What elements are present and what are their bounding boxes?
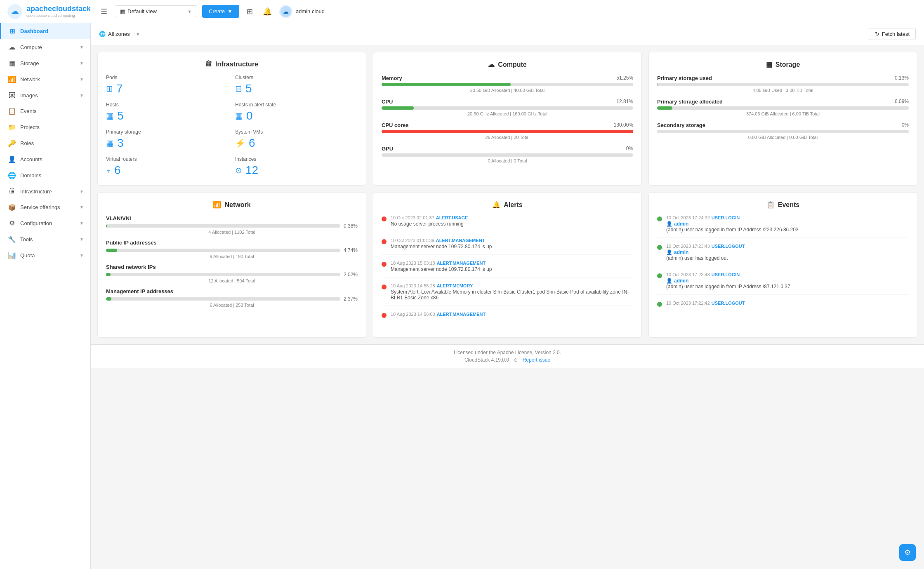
progress-bar <box>382 153 633 157</box>
compute-metric-item: GPU 0% 0 Allocated | 0 Total <box>382 146 633 163</box>
fetch-label: Fetch latest <box>882 31 910 37</box>
progress-bar <box>382 83 633 86</box>
network-item-label: Management IP addresses <box>106 288 358 294</box>
sidebar-item-images[interactable]: 🖼 Images ▼ <box>0 87 90 103</box>
sidebar-item-service-offerings[interactable]: 📦 Service offerings ▼ <box>0 199 90 215</box>
dashboard-icon: ⊞ <box>8 27 16 35</box>
sidebar-item-quota[interactable]: 📊 Quota ▼ <box>0 247 90 263</box>
event-content: 10 Oct 2023 17:24:32USER.LOGIN 👤admin (a… <box>666 215 799 233</box>
footer: Licensed under the Apache License, Versi… <box>91 344 924 368</box>
sidebar-item-label: Configuration <box>20 220 52 226</box>
sidebar-item-label: Roles <box>20 140 34 146</box>
metric-label: Primary storage allocated <box>657 99 723 105</box>
metric-label: Primary storage used <box>657 75 712 81</box>
main-content: 🌐 All zones ▼ ↻ Fetch latest 🏛 Infrastru… <box>91 23 924 569</box>
header: ☁ apachecloudstack open source cloud com… <box>0 0 924 23</box>
system-vms-label: System VMs <box>235 129 358 135</box>
sidebar-item-infrastructure[interactable]: 🏛 Infrastructure ▼ <box>0 183 90 199</box>
clusters-value-row: ⊟ 5 <box>235 82 358 95</box>
network-card: 📶 Network VLAN/VNI 0.36% 4 Allocated | 1… <box>97 192 366 338</box>
storage-card: ▦ Storage Primary storage used 0.13% 4.0… <box>648 52 917 186</box>
settings-fab[interactable]: ⚙ <box>899 544 916 561</box>
fetch-latest-button[interactable]: ↻ Fetch latest <box>869 28 916 40</box>
alert-content: 10 Oct 2023 02:01:37ALERT.USAGE No usage… <box>391 215 468 227</box>
alert-item: 10 Aug 2023 15:03:18ALERT.MANAGEMENT Man… <box>382 261 633 277</box>
dashboard-grid: 🏛 Infrastructure Pods ⊞ 7 Clusters <box>91 45 924 344</box>
alert-type: ALERT.MANAGEMENT <box>437 261 486 266</box>
sidebar-item-configuration[interactable]: ⚙ Configuration ▼ <box>0 215 90 231</box>
sidebar-item-label: Events <box>20 108 37 114</box>
progress-bar <box>106 273 340 276</box>
event-msg: (admin) user has logged in from IP Addre… <box>666 227 799 233</box>
alert-type: ALERT.MANAGEMENT <box>436 238 485 243</box>
chevron-down-icon: ▼ <box>80 45 84 49</box>
hosts-value-row: ▦ 5 <box>106 109 229 122</box>
compute-metrics: Memory 51.25% 20.50 GiB Allocated | 40.0… <box>382 75 633 163</box>
event-user: 👤admin <box>666 221 799 227</box>
metric-label: GPU <box>382 146 393 152</box>
view-select-label: Default view <box>127 8 157 14</box>
metric-sub: 26 Allocated | 20 Total <box>382 135 633 140</box>
network-pct: 2.37% <box>344 296 358 302</box>
license-text: Licensed under the Apache License, Versi… <box>96 350 919 355</box>
sidebar-item-dashboard[interactable]: ⊞ Dashboard <box>0 23 90 39</box>
create-button[interactable]: Create ▼ <box>202 5 239 18</box>
zone-select[interactable]: 🌐 All zones ▼ <box>99 31 140 37</box>
version-row: CloudStack 4.19.0.0 ⊙ Report issue <box>96 357 919 363</box>
sidebar-item-network[interactable]: 📶 Network ▼ <box>0 71 90 87</box>
sidebar-item-events[interactable]: 📋 Events <box>0 103 90 119</box>
metric-sub: 0 Allocated | 0 Total <box>382 158 633 163</box>
zone-chevron-icon: ▼ <box>136 32 140 37</box>
alerts-card: 🔔 Alerts 10 Oct 2023 02:01:37ALERT.USAGE… <box>373 192 642 338</box>
event-user: 👤admin <box>666 278 790 284</box>
network-item-label: Shared network IPs <box>106 264 358 270</box>
sidebar-item-compute[interactable]: ☁ Compute ▼ <box>0 39 90 55</box>
logo-area: ☁ apachecloudstack open source cloud com… <box>7 3 93 20</box>
metric-label: Memory <box>382 75 402 81</box>
chevron-down-icon: ▼ <box>80 253 84 258</box>
alerts-items: 10 Oct 2023 02:01:37ALERT.USAGE No usage… <box>382 215 633 323</box>
network-pct: 0.36% <box>344 223 358 229</box>
roles-icon: 🔑 <box>8 139 16 147</box>
view-select[interactable]: ▦ Default view ▼ <box>115 5 197 17</box>
progress-fill <box>106 273 111 276</box>
main-layout: ⊞ Dashboard ☁ Compute ▼ ▦ Storage ▼ 📶 Ne… <box>0 23 924 569</box>
infrastructure-grid: Pods ⊞ 7 Clusters ⊟ 5 Ho <box>106 75 358 177</box>
sidebar-item-roles[interactable]: 🔑 Roles <box>0 135 90 151</box>
report-issue-link[interactable]: Report issue <box>523 357 550 363</box>
create-label: Create <box>209 8 225 14</box>
monitor-button[interactable]: ⊞ <box>244 5 255 19</box>
domains-icon: 🌐 <box>8 172 16 179</box>
storage-card-icon: ▦ <box>766 61 772 68</box>
alert-msg: No usage server process running <box>391 221 468 227</box>
instances-label: Instances <box>235 156 358 162</box>
sidebar-item-label: Images <box>20 92 38 99</box>
metric-sub: 20.50 GiB Allocated | 40.00 GiB Total <box>382 88 633 93</box>
sidebar-item-tools[interactable]: 🔧 Tools ▼ <box>0 231 90 247</box>
primary-storage-item: Primary storage ▦ 3 <box>106 129 229 150</box>
metric-sub: 374.06 GiB Allocated | 6.00 TiB Total <box>657 111 909 116</box>
event-meta: 10 Oct 2023 17:24:32USER.LOGIN <box>666 215 799 220</box>
sidebar-item-label: Tools <box>20 236 33 242</box>
alerts-title: 🔔 Alerts <box>382 201 633 209</box>
compute-icon: ☁ <box>8 43 16 51</box>
avatar: ☁ <box>279 5 292 18</box>
sidebar-item-accounts[interactable]: 👤 Accounts <box>0 151 90 167</box>
user-area[interactable]: ☁ admin cloud <box>279 5 325 18</box>
event-msg: (admin) user has logged in from IP Addre… <box>666 284 790 289</box>
metric-pct: 51.25% <box>616 75 633 81</box>
sidebar-item-domains[interactable]: 🌐 Domains <box>0 167 90 183</box>
sidebar-item-label: Compute <box>20 44 42 50</box>
storage-metric-item: Primary storage used 0.13% 4.00 GiB Used… <box>657 75 909 93</box>
instances-item: Instances ⊙ 12 <box>235 156 358 177</box>
alert-msg: System Alert: Low Available Memory in cl… <box>391 289 633 301</box>
clusters-label: Clusters <box>235 75 358 80</box>
network-sub: 9 Allocated | 190 Total <box>106 254 358 259</box>
hamburger-button[interactable]: ☰ <box>98 5 110 19</box>
logo-icon: ☁ <box>7 3 23 20</box>
sidebar-item-projects[interactable]: 📁 Projects <box>0 119 90 135</box>
notification-button[interactable]: 🔔 <box>260 5 274 19</box>
metric-sub: 20.50 GHz Allocated | 160.00 GHz Total <box>382 111 633 116</box>
event-content: 10 Oct 2023 17:22:42USER.LOGOUT <box>666 301 745 307</box>
sidebar-item-storage[interactable]: ▦ Storage ▼ <box>0 55 90 71</box>
